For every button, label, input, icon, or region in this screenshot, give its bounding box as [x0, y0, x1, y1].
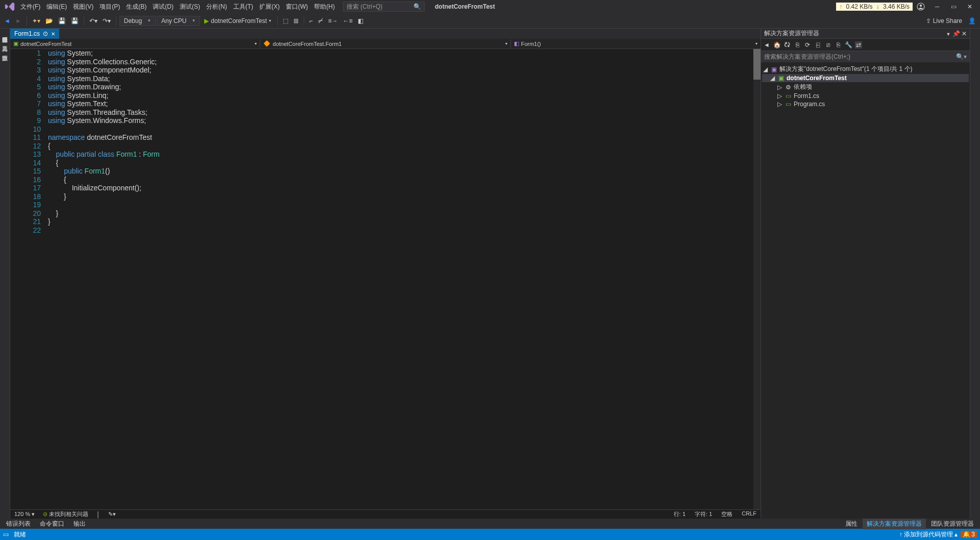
- save-button[interactable]: 💾: [56, 16, 68, 26]
- status-ready: 就绪: [14, 530, 26, 539]
- start-debug-button[interactable]: ▶dotnetCoreFromTest▾: [201, 16, 274, 26]
- editor-area: Form1.cs ⊙ ✕ ▣ dotnetCoreFromTest▾ 🔶 dot…: [10, 29, 761, 519]
- panel-pin-icon[interactable]: 📌: [952, 30, 960, 37]
- menu-window[interactable]: 窗口(W): [283, 2, 311, 12]
- collapse-icon[interactable]: ⍇: [814, 41, 821, 48]
- nav-project-combo[interactable]: ▣ dotnetCoreFromTest▾: [10, 39, 260, 48]
- menu-help[interactable]: 帮助(H): [311, 2, 338, 12]
- menu-edit[interactable]: 编辑(E): [43, 2, 70, 12]
- bookmark-button[interactable]: ◧: [356, 16, 365, 26]
- indent-button[interactable]: ≡→: [326, 16, 340, 26]
- dependencies-node[interactable]: ▷ ⚙ 依赖项: [762, 82, 969, 92]
- properties-tab[interactable]: 属性: [841, 519, 862, 529]
- expand-icon[interactable]: ▷: [776, 101, 782, 108]
- program-node[interactable]: ▷ ▭ Program.cs: [762, 100, 969, 108]
- dependencies-icon: ⚙: [785, 84, 792, 91]
- pin-icon[interactable]: ⊙: [43, 30, 48, 37]
- sync-icon[interactable]: 🗘: [783, 41, 791, 48]
- source-control-button[interactable]: ↑ 添加到源代码管理 ▴: [899, 530, 958, 539]
- expand-icon[interactable]: ◢: [762, 66, 768, 73]
- preview-icon[interactable]: ⎘: [835, 41, 842, 48]
- redo-button[interactable]: ↷▾: [101, 16, 113, 26]
- notifications-button[interactable]: 🔔3: [961, 531, 977, 538]
- health-icon[interactable]: ✎▾: [108, 511, 116, 518]
- menu-file[interactable]: 文件(F): [17, 2, 43, 12]
- config-combo[interactable]: Debug▼: [119, 16, 156, 26]
- refresh-icon[interactable]: ⟳: [804, 41, 811, 48]
- undo-button[interactable]: ↶▾: [87, 16, 100, 26]
- uncomment-button[interactable]: ⌐̸: [316, 16, 325, 26]
- indent-type[interactable]: 空格: [721, 510, 732, 518]
- expand-icon[interactable]: ▷: [776, 84, 782, 91]
- window-restore-button[interactable]: ▭: [945, 1, 962, 13]
- cursor-line: 行: 1: [674, 510, 685, 518]
- menu-build[interactable]: 生成(B): [123, 2, 150, 12]
- back-icon[interactable]: ◄: [763, 41, 770, 48]
- window-minimize-button[interactable]: ─: [929, 1, 945, 13]
- global-search-input[interactable]: 搜索 (Ctrl+Q) 🔍: [343, 2, 425, 12]
- toolbox-tab[interactable]: 工具箱: [1, 40, 9, 44]
- solution-search-input[interactable]: 搜索解决方案资源管理器(Ctrl+;) 🔍▾: [761, 51, 970, 62]
- solution-tree[interactable]: ◢ ▣ 解决方案"dotnetCoreFromTest"(1 个项目/共 1 个…: [761, 62, 970, 110]
- expand-icon[interactable]: ▷: [776, 92, 782, 100]
- menu-project[interactable]: 项目(P): [96, 2, 123, 12]
- search-icon: 🔍▾: [956, 53, 967, 60]
- form-node[interactable]: ▷ ▭ Form1.cs: [762, 92, 969, 100]
- outdent-button[interactable]: ←≡: [341, 16, 355, 26]
- line-ending[interactable]: CRLF: [742, 510, 756, 518]
- show-all-icon[interactable]: ⎘: [794, 41, 801, 48]
- solution-explorer-panel: 解决方案资源管理器 ▼ 📌 ✕ ◄ 🏠 🗘 ⎘ ⟳ ⍇ ⎚ ⎘ 🔧 ⇄ 搜索解决…: [761, 29, 970, 519]
- expand-icon[interactable]: ◢: [769, 75, 775, 82]
- command-window-tab[interactable]: 命令窗口: [36, 519, 68, 529]
- solution-explorer-tab[interactable]: 解决方案资源管理器: [863, 519, 926, 529]
- panel-dropdown-icon[interactable]: ▼: [946, 32, 950, 37]
- server-explorer-tab[interactable]: 服务器资源管理器: [1, 31, 9, 35]
- close-tab-icon[interactable]: ✕: [51, 31, 55, 37]
- platform-combo[interactable]: Any CPU▼: [157, 16, 200, 26]
- save-all-button[interactable]: 💾̤: [69, 16, 81, 26]
- view-icon[interactable]: ⇄: [855, 41, 862, 48]
- wrench-icon[interactable]: 🔧: [845, 41, 852, 48]
- nav-forward-button[interactable]: ►: [13, 16, 23, 26]
- window-close-button[interactable]: ✕: [962, 1, 978, 13]
- menu-bar: 文件(F) 编辑(E) 视图(V) 项目(P) 生成(B) 调试(D) 测试(S…: [0, 0, 980, 13]
- editor-scrollbar[interactable]: [753, 49, 761, 509]
- properties-icon[interactable]: ⎚: [824, 41, 831, 48]
- home-icon[interactable]: 🏠: [773, 41, 780, 48]
- live-share-button[interactable]: ⇪ Live Share: [923, 16, 965, 26]
- toolbar-icon-2[interactable]: ⊞: [291, 16, 301, 26]
- panel-close-icon[interactable]: ✕: [962, 30, 967, 37]
- data-source-tab[interactable]: 数据源: [1, 49, 9, 53]
- account-icon[interactable]: [913, 1, 929, 13]
- code-editor[interactable]: 12345678910111213141516171819202122 usin…: [10, 49, 761, 509]
- network-monitor: ↑ 0.42 KB/s ↓ 3.46 KB/s: [836, 3, 913, 11]
- comment-button[interactable]: ⌐: [307, 16, 315, 26]
- menu-debug[interactable]: 调试(D): [150, 2, 177, 12]
- output-tab[interactable]: 输出: [69, 519, 90, 529]
- errors-tab[interactable]: 错误列表: [2, 519, 35, 529]
- menu-tools[interactable]: 工具(T): [230, 2, 256, 12]
- nav-back-button[interactable]: ◄: [2, 16, 12, 26]
- team-explorer-tab[interactable]: 团队资源管理器: [927, 519, 978, 529]
- file-tab-form1[interactable]: Form1.cs ⊙ ✕: [10, 29, 59, 39]
- project-node[interactable]: ◢ ▣ dotnetCoreFromTest: [762, 74, 969, 82]
- liveshare-icon: ⇪: [926, 17, 931, 24]
- menu-extensions[interactable]: 扩展(X): [256, 2, 283, 12]
- nav-class-combo[interactable]: 🔶 dotnetCoreFromTest.Form1▾: [260, 39, 510, 48]
- menu-view[interactable]: 视图(V): [70, 2, 96, 12]
- open-file-button[interactable]: 📂: [43, 16, 55, 26]
- zoom-combo[interactable]: 120 % ▾: [14, 511, 35, 518]
- issues-status[interactable]: ⊘ 未找到相关问题: [43, 510, 88, 518]
- menu-test[interactable]: 测试(S): [177, 2, 203, 12]
- status-sep: │: [96, 511, 100, 518]
- menu-analyze[interactable]: 分析(N): [203, 2, 230, 12]
- nav-method-combo[interactable]: ◧ Form1()▾: [511, 39, 761, 48]
- feedback-icon[interactable]: 👤: [966, 16, 978, 26]
- code-lines[interactable]: using System;using System.Collections.Ge…: [46, 49, 761, 509]
- main-toolbar: ◄ ► ✦▾ 📂 💾 💾̤ ↶▾ ↷▾ Debug▼ Any CPU▼ ▶dot…: [0, 13, 980, 29]
- solution-icon: ▣: [770, 66, 777, 73]
- toolbar-icon-1[interactable]: ⬚: [281, 16, 290, 26]
- cursor-col: 字符: 1: [695, 510, 712, 518]
- new-project-button[interactable]: ✦▾: [30, 16, 42, 26]
- solution-root[interactable]: ◢ ▣ 解决方案"dotnetCoreFromTest"(1 个项目/共 1 个…: [762, 64, 969, 74]
